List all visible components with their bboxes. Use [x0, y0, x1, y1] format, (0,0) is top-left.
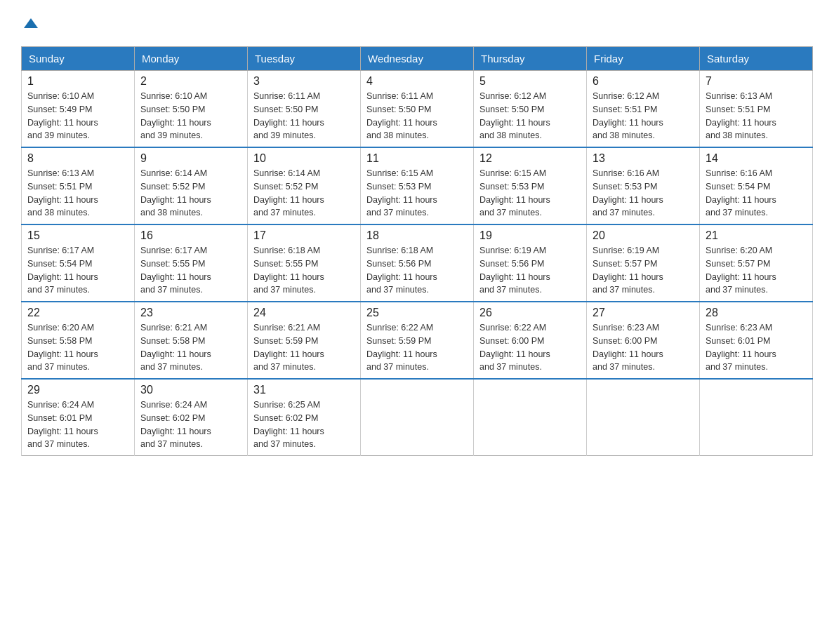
day-info: Sunrise: 6:12 AM Sunset: 5:51 PM Dayligh… — [593, 90, 694, 142]
day-cell: 25 Sunrise: 6:22 AM Sunset: 5:59 PM Dayl… — [361, 302, 474, 379]
day-number: 16 — [140, 229, 241, 242]
day-number: 28 — [706, 307, 807, 319]
day-cell: 14 Sunrise: 6:16 AM Sunset: 5:54 PM Dayl… — [700, 147, 813, 224]
day-number: 3 — [253, 75, 355, 88]
svg-marker-0 — [24, 18, 38, 28]
week-row-5: 29 Sunrise: 6:24 AM Sunset: 6:01 PM Dayl… — [22, 379, 813, 456]
day-number: 11 — [366, 152, 468, 165]
day-number: 14 — [706, 152, 807, 165]
header-row: SundayMondayTuesdayWednesdayThursdayFrid… — [22, 47, 813, 71]
header-cell-sunday: Sunday — [22, 47, 135, 71]
day-info: Sunrise: 6:10 AM Sunset: 5:50 PM Dayligh… — [140, 90, 241, 142]
day-info: Sunrise: 6:16 AM Sunset: 5:53 PM Dayligh… — [593, 167, 694, 220]
day-info: Sunrise: 6:13 AM Sunset: 5:51 PM Dayligh… — [706, 90, 807, 142]
day-number: 18 — [366, 229, 468, 242]
day-number: 26 — [479, 307, 581, 319]
header-cell-wednesday: Wednesday — [361, 47, 474, 71]
day-number: 19 — [479, 229, 581, 242]
day-cell: 17 Sunrise: 6:18 AM Sunset: 5:55 PM Dayl… — [248, 224, 361, 302]
day-info: Sunrise: 6:21 AM Sunset: 5:58 PM Dayligh… — [140, 321, 241, 374]
day-number: 7 — [706, 75, 807, 88]
day-number: 29 — [27, 384, 128, 396]
logo-icon — [21, 14, 41, 34]
day-cell: 16 Sunrise: 6:17 AM Sunset: 5:55 PM Dayl… — [135, 224, 248, 302]
day-cell: 29 Sunrise: 6:24 AM Sunset: 6:01 PM Dayl… — [22, 379, 135, 456]
day-number: 6 — [593, 75, 694, 88]
header-cell-friday: Friday — [587, 47, 700, 71]
page-header — [21, 14, 813, 34]
day-info: Sunrise: 6:19 AM Sunset: 5:57 PM Dayligh… — [593, 244, 694, 297]
day-cell: 27 Sunrise: 6:23 AM Sunset: 6:00 PM Dayl… — [587, 302, 700, 379]
day-cell: 9 Sunrise: 6:14 AM Sunset: 5:52 PM Dayli… — [135, 147, 248, 224]
day-cell: 31 Sunrise: 6:25 AM Sunset: 6:02 PM Dayl… — [248, 379, 361, 456]
day-info: Sunrise: 6:23 AM Sunset: 6:00 PM Dayligh… — [593, 321, 694, 374]
day-cell: 7 Sunrise: 6:13 AM Sunset: 5:51 PM Dayli… — [700, 71, 813, 148]
day-number: 30 — [140, 384, 241, 396]
day-info: Sunrise: 6:20 AM Sunset: 5:58 PM Dayligh… — [27, 321, 128, 374]
day-number: 17 — [253, 229, 355, 242]
day-cell: 18 Sunrise: 6:18 AM Sunset: 5:56 PM Dayl… — [361, 224, 474, 302]
day-cell: 11 Sunrise: 6:15 AM Sunset: 5:53 PM Dayl… — [361, 147, 474, 224]
header-cell-saturday: Saturday — [700, 47, 813, 71]
day-info: Sunrise: 6:19 AM Sunset: 5:56 PM Dayligh… — [479, 244, 581, 297]
day-cell: 10 Sunrise: 6:14 AM Sunset: 5:52 PM Dayl… — [248, 147, 361, 224]
day-info: Sunrise: 6:11 AM Sunset: 5:50 PM Dayligh… — [366, 90, 468, 142]
day-cell: 30 Sunrise: 6:24 AM Sunset: 6:02 PM Dayl… — [135, 379, 248, 456]
day-info: Sunrise: 6:17 AM Sunset: 5:54 PM Dayligh… — [27, 244, 128, 297]
day-cell: 1 Sunrise: 6:10 AM Sunset: 5:49 PM Dayli… — [22, 71, 135, 148]
day-number: 31 — [253, 384, 355, 396]
day-cell: 23 Sunrise: 6:21 AM Sunset: 5:58 PM Dayl… — [135, 302, 248, 379]
day-number: 22 — [27, 307, 128, 319]
day-info: Sunrise: 6:21 AM Sunset: 5:59 PM Dayligh… — [253, 321, 355, 374]
week-row-3: 15 Sunrise: 6:17 AM Sunset: 5:54 PM Dayl… — [22, 224, 813, 302]
day-info: Sunrise: 6:13 AM Sunset: 5:51 PM Dayligh… — [27, 167, 128, 220]
day-info: Sunrise: 6:16 AM Sunset: 5:54 PM Dayligh… — [706, 167, 807, 220]
day-info: Sunrise: 6:11 AM Sunset: 5:50 PM Dayligh… — [253, 90, 355, 142]
day-cell: 19 Sunrise: 6:19 AM Sunset: 5:56 PM Dayl… — [474, 224, 587, 302]
day-info: Sunrise: 6:15 AM Sunset: 5:53 PM Dayligh… — [366, 167, 468, 220]
day-cell — [474, 379, 587, 456]
day-cell — [361, 379, 474, 456]
day-cell: 5 Sunrise: 6:12 AM Sunset: 5:50 PM Dayli… — [474, 71, 587, 148]
day-number: 25 — [366, 307, 468, 319]
day-cell: 28 Sunrise: 6:23 AM Sunset: 6:01 PM Dayl… — [700, 302, 813, 379]
day-info: Sunrise: 6:14 AM Sunset: 5:52 PM Dayligh… — [253, 167, 355, 220]
day-number: 5 — [479, 75, 581, 88]
day-info: Sunrise: 6:14 AM Sunset: 5:52 PM Dayligh… — [140, 167, 241, 220]
day-info: Sunrise: 6:17 AM Sunset: 5:55 PM Dayligh… — [140, 244, 241, 297]
day-number: 20 — [593, 229, 694, 242]
day-info: Sunrise: 6:22 AM Sunset: 5:59 PM Dayligh… — [366, 321, 468, 374]
day-number: 24 — [253, 307, 355, 319]
day-number: 13 — [593, 152, 694, 165]
day-cell — [587, 379, 700, 456]
day-cell: 20 Sunrise: 6:19 AM Sunset: 5:57 PM Dayl… — [587, 224, 700, 302]
day-info: Sunrise: 6:22 AM Sunset: 6:00 PM Dayligh… — [479, 321, 581, 374]
day-cell: 21 Sunrise: 6:20 AM Sunset: 5:57 PM Dayl… — [700, 224, 813, 302]
day-info: Sunrise: 6:18 AM Sunset: 5:55 PM Dayligh… — [253, 244, 355, 297]
day-info: Sunrise: 6:18 AM Sunset: 5:56 PM Dayligh… — [366, 244, 468, 297]
day-cell: 4 Sunrise: 6:11 AM Sunset: 5:50 PM Dayli… — [361, 71, 474, 148]
day-cell: 12 Sunrise: 6:15 AM Sunset: 5:53 PM Dayl… — [474, 147, 587, 224]
day-number: 10 — [253, 152, 355, 165]
day-number: 15 — [27, 229, 128, 242]
day-number: 4 — [366, 75, 468, 88]
header-cell-tuesday: Tuesday — [248, 47, 361, 71]
calendar-table: SundayMondayTuesdayWednesdayThursdayFrid… — [21, 46, 813, 456]
week-row-4: 22 Sunrise: 6:20 AM Sunset: 5:58 PM Dayl… — [22, 302, 813, 379]
day-number: 9 — [140, 152, 241, 165]
day-cell — [700, 379, 813, 456]
header-cell-thursday: Thursday — [474, 47, 587, 71]
day-cell: 6 Sunrise: 6:12 AM Sunset: 5:51 PM Dayli… — [587, 71, 700, 148]
day-info: Sunrise: 6:24 AM Sunset: 6:02 PM Dayligh… — [140, 398, 241, 451]
day-number: 12 — [479, 152, 581, 165]
day-cell: 22 Sunrise: 6:20 AM Sunset: 5:58 PM Dayl… — [22, 302, 135, 379]
day-info: Sunrise: 6:25 AM Sunset: 6:02 PM Dayligh… — [253, 398, 355, 451]
day-info: Sunrise: 6:15 AM Sunset: 5:53 PM Dayligh… — [479, 167, 581, 220]
logo — [21, 14, 41, 34]
day-info: Sunrise: 6:20 AM Sunset: 5:57 PM Dayligh… — [706, 244, 807, 297]
day-info: Sunrise: 6:12 AM Sunset: 5:50 PM Dayligh… — [479, 90, 581, 142]
day-cell: 15 Sunrise: 6:17 AM Sunset: 5:54 PM Dayl… — [22, 224, 135, 302]
day-number: 23 — [140, 307, 241, 319]
day-number: 21 — [706, 229, 807, 242]
day-cell: 24 Sunrise: 6:21 AM Sunset: 5:59 PM Dayl… — [248, 302, 361, 379]
